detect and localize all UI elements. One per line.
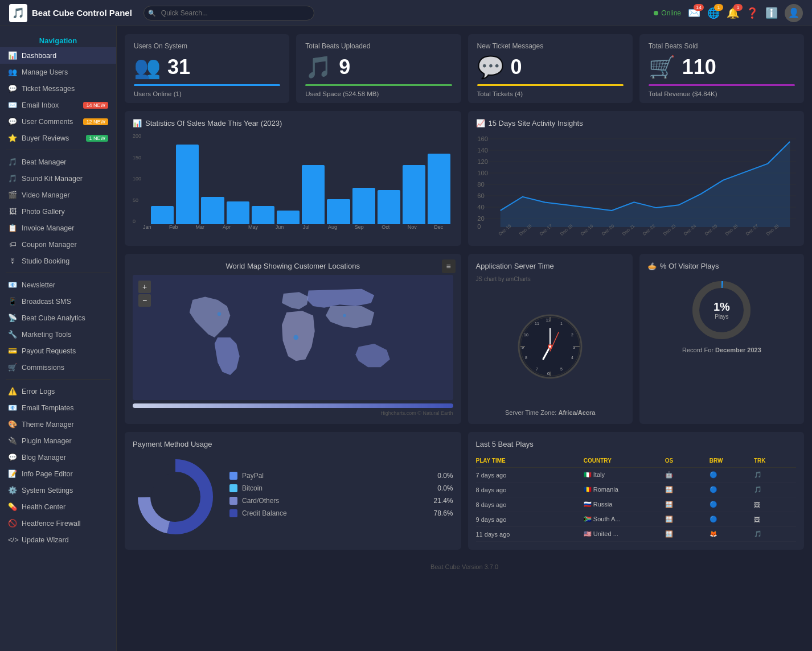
payment-donut-svg (133, 454, 218, 539)
analytics-icon: 📡 (8, 314, 17, 322)
table-row: 8 days ago 🇷🇴 Romania 🪟 🔵 🎵 (476, 483, 797, 497)
sidebar-label-video-manager: Video Manager (22, 191, 70, 199)
sidebar-item-email-templates[interactable]: 📧 Email Templates (0, 399, 116, 416)
paypal-color (229, 472, 237, 480)
sidebar-label-update-wizard: Update Wizard (22, 536, 69, 544)
line-chart-icon: 📈 (476, 119, 485, 127)
sidebar-item-heatfence-firewall[interactable]: 🚫 Heatfence Firewall (0, 515, 116, 531)
email-icon-btn[interactable]: ✉️ 14 (688, 7, 700, 19)
sidebar-item-system-settings[interactable]: ⚙️ System Settings (0, 482, 116, 498)
sidebar-item-info-page-editor[interactable]: 📝 Info Page Editor (0, 465, 116, 482)
beats-card: Last 5 Beat Plays PLAY TIME COUNTRY OS B… (468, 432, 805, 550)
sidebar-label-photo-gallery: Photo Gallery (22, 208, 65, 216)
row-browser: 🔵 (710, 471, 752, 479)
sidebar-label-plugin-manager: Plugin Manager (22, 437, 72, 445)
map-zoom-in-button[interactable]: + (138, 281, 151, 293)
sidebar-label-heatfence-firewall: Heatfence Firewall (22, 520, 81, 528)
globe-icon-btn[interactable]: 🌐 1 (707, 7, 720, 19)
row-os: 🤖 (665, 471, 707, 479)
sidebar-item-studio-booking[interactable]: 🎙 Studio Booking (0, 253, 116, 269)
divider-3 (6, 379, 110, 380)
sidebar-item-health-center[interactable]: 💊 Health Center (0, 498, 116, 515)
svg-point-43 (549, 345, 551, 348)
payment-card: Payment Method Usage (125, 432, 461, 550)
bar-Sep (352, 188, 375, 224)
sidebar: Navigation 📊 Dashboard 👥 Manage Users 💬 … (0, 26, 117, 651)
info-icon-btn[interactable]: ℹ️ (765, 7, 778, 19)
bar-Aug (327, 199, 350, 224)
bar-Dec (428, 154, 450, 224)
map-zoom-out-button[interactable]: − (138, 294, 151, 307)
help-icon-btn[interactable]: ❓ (746, 7, 758, 19)
server-time-subtitle: JS chart by amCharts (476, 276, 625, 282)
svg-text:100: 100 (477, 170, 488, 176)
row-track: 🎵 (754, 530, 796, 538)
sidebar-item-error-logs[interactable]: ⚠️ Error Logs (0, 383, 116, 399)
map-menu-button[interactable]: ≡ (442, 259, 456, 273)
sidebar-item-manage-users[interactable]: 👥 Manage Users (0, 64, 116, 80)
logo: 🎵 Beat Cube Control Panel (9, 4, 132, 22)
sidebar-item-beat-manager[interactable]: 🎵 Beat Manager (0, 154, 116, 170)
col-os: OS (665, 458, 707, 464)
sidebar-item-blog-manager[interactable]: 💬 Blog Manager (0, 449, 116, 465)
sidebar-item-payout-requests[interactable]: 💳 Payout Requests (0, 343, 116, 359)
visitor-plays-title-text: % Of Visitor Plays (660, 262, 719, 270)
map-legend (133, 403, 453, 408)
search-bar-wrap (143, 6, 314, 20)
row-time: 7 days ago (476, 472, 581, 479)
sidebar-item-commissions[interactable]: 🛒 Commissions (0, 359, 116, 376)
sidebar-item-invoice-manager[interactable]: 📋 Invoice Manager (0, 220, 116, 236)
sidebar-item-ticket-messages[interactable]: 💬 Ticket Messages (0, 80, 116, 97)
topbar: 🎵 Beat Cube Control Panel Online ✉️ 14 🌐… (0, 0, 812, 26)
payment-title: Payment Method Usage (133, 440, 453, 448)
y-axis: 200 150 100 50 0 (133, 133, 141, 224)
map-controls: + − (138, 281, 151, 307)
sidebar-item-beat-cube-analytics[interactable]: 📡 Beat Cube Analytics (0, 310, 116, 326)
stat-icon-beats: 🎵 (305, 55, 332, 80)
health-icon: 💊 (8, 502, 17, 511)
sidebar-label-email-inbox: Email Inbox (22, 101, 59, 109)
bell-icon-btn[interactable]: 🔔 1 (727, 7, 739, 19)
sidebar-item-email-inbox[interactable]: ✉️ Email Inbox 14 NEW (0, 97, 116, 113)
credit-value: 78.6% (433, 509, 453, 517)
stat-title-tickets: New Ticket Messages (477, 42, 624, 50)
search-wrap (143, 6, 314, 20)
sidebar-item-dashboard[interactable]: 📊 Dashboard (0, 47, 116, 64)
bar-Jan (151, 206, 174, 224)
svg-point-20 (343, 314, 346, 318)
sidebar-item-marketing-tools[interactable]: 🔧 Marketing Tools (0, 326, 116, 343)
sidebar-label-payout-requests: Payout Requests (22, 347, 76, 355)
sidebar-item-theme-manager[interactable]: 🎨 Theme Manager (0, 416, 116, 432)
sidebar-item-update-wizard[interactable]: </> Update Wizard (0, 531, 116, 548)
table-row: 7 days ago 🇮🇹 Italy 🤖 🔵 🎵 (476, 468, 797, 483)
footer-text: Beat Cube Version 3.7.0 (430, 563, 498, 570)
bar-label-Jan: Jan (135, 224, 159, 230)
sidebar-item-photo-gallery[interactable]: 🖼 Photo Gallery (0, 203, 116, 220)
sidebar-label-commissions: Commissions (22, 364, 64, 372)
row-country: 🇿🇦 South A... (584, 516, 663, 523)
sidebar-item-user-comments[interactable]: 💬 User Comments 12 NEW (0, 113, 116, 130)
visitor-plays-sub: Plays (713, 314, 730, 320)
sidebar-item-newsletter[interactable]: 📧 Newsletter (0, 277, 116, 293)
sidebar-item-buyer-reviews[interactable]: ⭐ Buyer Reviews 1 NEW (0, 130, 116, 146)
sidebar-item-coupon-manager[interactable]: 🏷 Coupon Manager (0, 236, 116, 253)
bar-label-May: May (241, 224, 265, 230)
newsletter-icon: 📧 (8, 281, 17, 289)
stat-title-beats: Total Beats Uploaded (305, 42, 452, 50)
row-track: 🖼 (754, 516, 796, 523)
avatar[interactable]: 👤 (785, 4, 803, 22)
row-time: 9 days ago (476, 516, 581, 523)
sidebar-item-broadcast-sms[interactable]: 📱 Broadcast SMS (0, 293, 116, 310)
stat-divider-users (134, 84, 280, 86)
last-row: Payment Method Usage (125, 432, 804, 550)
server-timezone-value: Africa/Accra (558, 409, 595, 416)
stat-sub-sold: Total Revenue ($4.84K) (649, 90, 795, 97)
sidebar-item-video-manager[interactable]: 🎬 Video Manager (0, 187, 116, 203)
sidebar-label-marketing-tools: Marketing Tools (22, 331, 71, 339)
search-input[interactable] (143, 6, 314, 20)
sidebar-item-plugin-manager[interactable]: 🔌 Plugin Manager (0, 432, 116, 449)
sales-chart-card: 📊 Statistics Of Sales Made This Year (20… (125, 111, 461, 246)
footer: Beat Cube Version 3.7.0 (125, 558, 804, 576)
theme-icon: 🎨 (8, 420, 17, 428)
sidebar-item-sound-kit-manager[interactable]: 🎵 Sound Kit Manager (0, 170, 116, 187)
